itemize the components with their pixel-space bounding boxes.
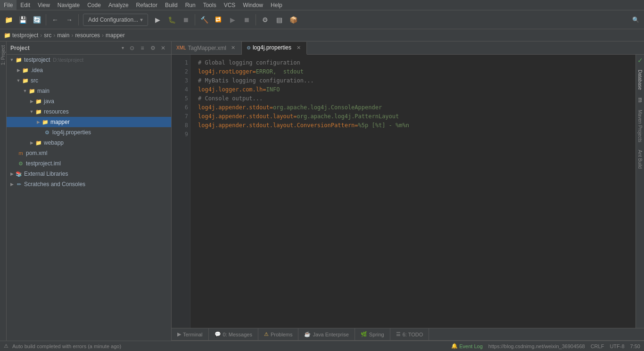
code-line-2: log4j.rootLogger=ERROR, stdout (198, 67, 628, 76)
encoding-label: UTF-8 (610, 343, 624, 349)
debug-button[interactable]: 🐛 (165, 13, 178, 26)
cursor-position-status[interactable]: 7:50 (630, 343, 640, 349)
build-button[interactable]: 🔨 (198, 13, 211, 26)
tree-item-resources[interactable]: ▼ 📁 resources (7, 106, 171, 117)
editor-area[interactable]: 1 2 3 4 5 6 7 8 9 # Global logging confi… (172, 55, 636, 328)
menu-window[interactable]: Window (239, 0, 267, 10)
tree-item-idea[interactable]: ▶ 📁 .idea (7, 65, 171, 75)
breadcrumb-main[interactable]: main (57, 32, 69, 39)
menu-navigate[interactable]: Navigate (54, 0, 83, 10)
project-tree: ▼ 📁 testproject D:\testproject ▶ 📁 .idea… (7, 55, 171, 341)
tree-item-log4j-properties[interactable]: ⚙ log4j.properties (7, 127, 171, 138)
pom-file-icon: m (17, 149, 25, 157)
editor-tabs: XML TagMapper.xml ✕ ⚙ log4j.properties ✕ (172, 41, 644, 55)
tree-label-log4j: log4j.properties (52, 129, 91, 136)
run-button[interactable]: ▶ (151, 13, 164, 26)
rebuild-button[interactable]: 🔁 (212, 13, 225, 26)
tab-java-enterprise[interactable]: ☕ Java Enterprise (298, 328, 355, 340)
problems-tab-label: Problems (271, 332, 292, 337)
tree-item-scratches[interactable]: ▶ ✏ Scratches and Consoles (7, 179, 171, 189)
main-area: 1: Project Project ▾ ⊙ ≡ ⚙ ✕ ▼ 📁 testpro… (0, 41, 644, 341)
tree-item-pom[interactable]: m pom.xml (7, 148, 171, 158)
tree-item-main[interactable]: ▼ 📁 main (7, 86, 171, 96)
menu-code[interactable]: Code (83, 0, 105, 10)
tab-problems[interactable]: ⚠ Problems (258, 328, 298, 340)
tab-terminal[interactable]: ▶ Terminal (172, 328, 209, 340)
url-status[interactable]: https://blog.csdnimg.net/weixin_36904568 (488, 343, 585, 349)
code-content[interactable]: # Global logging configuration log4j.roo… (190, 55, 636, 328)
tree-path-testproject: D:\testproject (53, 57, 83, 63)
save-button[interactable]: 💾 (16, 13, 29, 26)
event-log-button[interactable]: 🔔 Event Log (451, 343, 483, 349)
tab-messages[interactable]: 💬 0: Messages (209, 328, 258, 340)
tree-item-iml[interactable]: ⚙ testproject.iml (7, 158, 171, 169)
menu-edit[interactable]: Edit (17, 0, 34, 10)
tab-spring[interactable]: 🌿 Spring (355, 328, 390, 340)
menu-run[interactable]: Run (182, 0, 199, 10)
search-everywhere-button[interactable]: 🔍 (629, 13, 642, 26)
synchronize-button[interactable]: 🔄 (30, 13, 43, 26)
tab-log4j-properties[interactable]: ⚙ log4j.properties ✕ (242, 42, 307, 55)
toolbar-separator-1 (46, 14, 46, 25)
tab-log4j-label: log4j.properties (253, 44, 291, 51)
main-folder-icon: 📁 (28, 87, 36, 95)
breadcrumb-src[interactable]: src (44, 32, 51, 39)
tree-label-java: java (44, 98, 54, 105)
ant-build-label[interactable]: Ant Build (637, 146, 643, 172)
tree-item-mapper[interactable]: ▶ 📁 mapper (7, 117, 171, 127)
tree-label-pom: pom.xml (26, 150, 47, 156)
tab-todo[interactable]: ☰ 6: TODO (390, 328, 429, 340)
tree-item-webapp[interactable]: ▶ 📁 webapp (7, 138, 171, 148)
breadcrumb-resources[interactable]: resources (75, 32, 100, 39)
log4j-file-icon: ⚙ (43, 129, 51, 136)
tree-item-java[interactable]: ▶ 📁 java (7, 96, 171, 106)
encoding-status[interactable]: UTF-8 (610, 343, 624, 349)
tab-log4j-close[interactable]: ✕ (295, 44, 302, 51)
menu-view[interactable]: View (34, 0, 54, 10)
menu-refactor[interactable]: Refactor (132, 0, 161, 10)
menu-tools[interactable]: Tools (199, 0, 220, 10)
project-panel-dropdown[interactable]: ▾ (122, 45, 124, 50)
maven-tool-label[interactable]: m (637, 94, 644, 106)
breadcrumb-testproject[interactable]: 📁 testproject (4, 32, 38, 39)
forward-button[interactable]: → (63, 13, 76, 26)
spring-tab-icon: 🌿 (361, 331, 367, 337)
menu-analyze[interactable]: Analyze (105, 0, 132, 10)
breadcrumb-mapper[interactable]: mapper (106, 32, 125, 39)
terminal-button[interactable]: ▤ (272, 13, 286, 26)
add-configuration-button[interactable]: Add Configuration... ▾ (83, 14, 148, 26)
back-button[interactable]: ← (49, 13, 62, 26)
line-num-4: 4 (175, 85, 188, 94)
run-project-button[interactable]: ▶ (226, 13, 239, 26)
project-panel-title: Project (10, 45, 120, 51)
line-num-3: 3 (175, 76, 188, 85)
resources-folder-icon: 📁 (35, 108, 42, 115)
line-ending-status[interactable]: CRLF (591, 343, 604, 349)
project-tool-window-label[interactable]: 1: Project (0, 45, 6, 65)
bottom-panel: ▶ Terminal 💬 0: Messages ⚠ Problems ☕ Ja… (172, 328, 644, 341)
settings-button[interactable]: ⚙ (258, 13, 272, 26)
stop-button[interactable]: ⏹ (179, 13, 192, 26)
locate-file-icon[interactable]: ⊙ (128, 44, 136, 52)
menu-vcs[interactable]: VCS (220, 0, 239, 10)
stop-project-button[interactable]: ⏹ (240, 13, 253, 26)
tree-label-testproject: testproject (24, 57, 50, 63)
tab-tagmapper-close[interactable]: ✕ (230, 45, 237, 51)
deploy-button[interactable]: 📦 (287, 13, 300, 26)
maven-projects-label[interactable]: Maven Projects (637, 106, 643, 146)
problems-tab-icon: ⚠ (264, 331, 269, 337)
menu-build[interactable]: Build (161, 0, 182, 10)
tree-item-external-libs[interactable]: ▶ 📚 External Libraries (7, 169, 171, 179)
close-panel-icon[interactable]: ✕ (159, 44, 167, 52)
tab-tagmapper-xml[interactable]: XML TagMapper.xml ✕ (172, 41, 242, 54)
database-tool-label[interactable]: Database (637, 66, 643, 94)
bottom-tabs: ▶ Terminal 💬 0: Messages ⚠ Problems ☕ Ja… (172, 328, 644, 341)
open-file-button[interactable]: 📁 (2, 13, 15, 26)
mapper-folder-icon: 📁 (41, 118, 49, 126)
menu-file[interactable]: File (0, 0, 17, 10)
tree-item-src[interactable]: ▼ 📁 src (7, 75, 171, 86)
expand-all-icon[interactable]: ≡ (138, 44, 147, 52)
tree-item-testproject[interactable]: ▼ 📁 testproject D:\testproject (7, 55, 171, 65)
menu-help[interactable]: Help (267, 0, 286, 10)
panel-settings-icon[interactable]: ⚙ (149, 44, 157, 52)
